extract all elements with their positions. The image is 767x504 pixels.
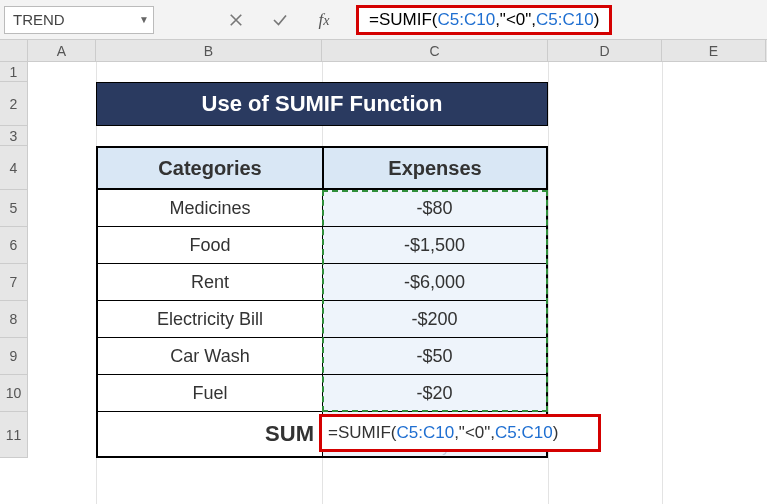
sum-row: SUM =SUMIF(C5:C10,"<0",C5:C10): [96, 412, 548, 458]
row-header-9[interactable]: 9: [0, 338, 28, 375]
cell-category[interactable]: Car Wash: [96, 338, 322, 375]
table-row: Electricity Bill -$200: [96, 301, 548, 338]
fx-icon: fx: [318, 10, 329, 30]
cell-formula-range1: C5:C10: [396, 423, 454, 443]
table-title[interactable]: Use of SUMIF Function: [96, 82, 548, 126]
row-header-3[interactable]: 3: [0, 126, 28, 146]
formula-range2: C5:C10: [536, 10, 594, 30]
table-row: Food -$1,500: [96, 227, 548, 264]
col-header-e[interactable]: E: [662, 40, 766, 61]
table-row: Medicines -$80: [96, 190, 548, 227]
cell-expense[interactable]: -$200: [322, 301, 548, 338]
cell-formula-mid: ,"<0",: [454, 423, 495, 443]
formula-input[interactable]: =SUMIF(C5:C10,"<0",C5:C10): [356, 5, 612, 35]
cell-editing-overlay[interactable]: =SUMIF(C5:C10,"<0",C5:C10): [319, 414, 601, 452]
cell-expense[interactable]: -$6,000: [322, 264, 548, 301]
chevron-down-icon[interactable]: ▼: [135, 14, 153, 25]
cell-category[interactable]: Electricity Bill: [96, 301, 322, 338]
cell-formula-prefix: =SUMIF(: [328, 423, 396, 443]
col-header-b[interactable]: B: [96, 40, 322, 61]
row-header-6[interactable]: 6: [0, 227, 28, 264]
sum-label[interactable]: SUM: [96, 412, 322, 458]
cell-category[interactable]: Rent: [96, 264, 322, 301]
formula-suffix: ): [594, 10, 600, 30]
enter-button[interactable]: [258, 6, 302, 34]
row-header-11[interactable]: 11: [0, 412, 28, 458]
column-headers: A B C D E: [0, 40, 767, 62]
row-headers: 1 2 3 4 5 6 7 8 9 10 11: [0, 62, 28, 458]
cell-category[interactable]: Food: [96, 227, 322, 264]
row-header-1[interactable]: 1: [0, 62, 28, 82]
select-all-corner[interactable]: [0, 40, 28, 61]
cancel-button[interactable]: [214, 6, 258, 34]
header-categories[interactable]: Categories: [96, 146, 322, 190]
formula-prefix: =SUMIF(: [369, 10, 437, 30]
header-expenses[interactable]: Expenses: [322, 146, 548, 190]
cell-formula-range2: C5:C10: [495, 423, 553, 443]
table-row: Rent -$6,000: [96, 264, 548, 301]
name-box-value: TREND: [5, 11, 135, 28]
formula-mid: ,"<0",: [495, 10, 536, 30]
insert-function-button[interactable]: fx: [302, 6, 346, 34]
row-header-8[interactable]: 8: [0, 301, 28, 338]
cell-formula-suffix: ): [553, 423, 559, 443]
col-header-d[interactable]: D: [548, 40, 662, 61]
row-header-2[interactable]: 2: [0, 82, 28, 126]
col-header-c[interactable]: C: [322, 40, 548, 61]
table-row: Car Wash -$50: [96, 338, 548, 375]
col-header-a[interactable]: A: [28, 40, 96, 61]
row-header-4[interactable]: 4: [0, 146, 28, 190]
row-header-7[interactable]: 7: [0, 264, 28, 301]
cell-category[interactable]: Medicines: [96, 190, 322, 227]
name-box[interactable]: TREND ▼: [4, 6, 154, 34]
formula-bar: TREND ▼ fx =SUMIF(C5:C10,"<0",C5:C10): [0, 0, 767, 40]
cancel-icon: [227, 11, 245, 29]
data-table: Use of SUMIF Function Categories Expense…: [96, 82, 548, 458]
blank-row-3[interactable]: [96, 126, 548, 146]
check-icon: [271, 11, 289, 29]
cell-expense[interactable]: -$20: [322, 375, 548, 412]
table-row: Fuel -$20: [96, 375, 548, 412]
row-header-10[interactable]: 10: [0, 375, 28, 412]
cell-category[interactable]: Fuel: [96, 375, 322, 412]
formula-range1: C5:C10: [437, 10, 495, 30]
row-header-5[interactable]: 5: [0, 190, 28, 227]
cell-expense[interactable]: -$50: [322, 338, 548, 375]
cell-expense[interactable]: -$80: [322, 190, 548, 227]
cell-expense[interactable]: -$1,500: [322, 227, 548, 264]
